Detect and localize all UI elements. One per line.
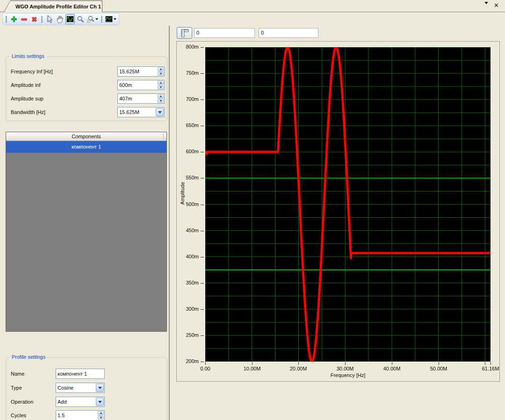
dropdown-button[interactable]	[96, 384, 104, 392]
spin-down-button[interactable]	[98, 416, 104, 420]
x-tick-mark	[485, 362, 485, 365]
cursor-y-readout[interactable]: 0	[259, 28, 318, 38]
toolbar-grip[interactable]	[101, 16, 102, 23]
triangle-up-icon	[159, 95, 162, 97]
display-options-button[interactable]	[105, 14, 117, 24]
spin-down-button[interactable]	[158, 72, 164, 76]
x-tick-mark	[252, 362, 252, 365]
limits-amplitude-inf-label: Amplitude inf	[11, 80, 41, 90]
spin-down-button[interactable]	[158, 99, 164, 103]
tab-close-button[interactable]: ✕	[494, 2, 499, 9]
pan-tool-button[interactable]	[55, 14, 65, 24]
component-list-item[interactable]: компонент 1	[6, 141, 166, 153]
y-tick-label: 300m	[181, 306, 199, 312]
limits-amplitude-sup-label: Amplitude sup	[11, 93, 43, 104]
dropdown-button[interactable]	[156, 108, 164, 116]
spin-up-button[interactable]	[158, 81, 164, 85]
limits-amplitude-sup-field[interactable]: 407m	[117, 93, 165, 104]
spinner	[157, 67, 164, 76]
x-tick-mark	[298, 362, 299, 365]
triangle-down-icon	[159, 100, 162, 102]
hand-icon	[56, 15, 64, 23]
limits-bandwidth-value[interactable]: 15.625M	[118, 107, 155, 117]
profile-settings-group: Profile settings Nameкомпонент 1TypeCosi…	[6, 357, 167, 420]
limits-amplitude-sup-value[interactable]: 407m	[118, 94, 157, 103]
y-tick-mark	[201, 178, 204, 178]
profile-name-value[interactable]: компонент 1	[56, 369, 104, 378]
profile-operation-field[interactable]: Add	[56, 397, 105, 407]
spinner	[97, 411, 104, 420]
y-tick-mark	[201, 100, 204, 100]
y-tick-mark	[201, 257, 204, 257]
spin-up-button[interactable]	[158, 94, 164, 99]
chevron-down-icon	[98, 401, 102, 403]
pointer-tool-button[interactable]	[45, 14, 54, 24]
y-tick-mark	[201, 362, 204, 362]
profile-type-field[interactable]: Cosine	[56, 383, 105, 393]
profile-settings-title: Profile settings	[10, 354, 47, 360]
profile-type-value[interactable]: Cosine	[56, 383, 95, 392]
tabbar-divider-left	[0, 12, 4, 12]
limits-bandwidth-label: Bandwidth [Hz]	[11, 107, 45, 117]
y-tick-mark	[201, 231, 204, 231]
limits-frequency-inf-field[interactable]: 15.625M	[117, 66, 165, 77]
cursor-arrow-icon	[46, 15, 53, 23]
remove-component-button[interactable]	[20, 14, 29, 24]
limits-settings-group: Limits settings Frequency Inf [Hz]15.625…	[6, 57, 167, 121]
limits-amplitude-inf-value[interactable]: 600m	[118, 80, 157, 90]
dropdown-button[interactable]	[96, 398, 104, 406]
triangle-down-icon	[159, 73, 162, 75]
x-tick-label: 40.00M	[378, 366, 406, 371]
x-tick-mark	[345, 362, 346, 365]
spin-up-button[interactable]	[98, 411, 104, 415]
zoom-options-button[interactable]	[86, 14, 99, 24]
wave-select-tool-button[interactable]	[65, 14, 75, 24]
limits-amplitude-inf-field[interactable]: 600m	[117, 80, 165, 90]
add-component-button[interactable]: ✚	[9, 14, 19, 24]
triangle-down-icon	[100, 417, 102, 419]
y-tick-label: 750m	[181, 70, 199, 76]
y-tick-label: 250m	[181, 332, 199, 338]
y-tick-mark	[201, 73, 204, 74]
limits-frequency-inf-label: Frequency Inf [Hz]	[11, 66, 53, 77]
chevron-down-icon	[98, 387, 102, 389]
y-tick-mark	[201, 152, 204, 152]
measure-button[interactable]	[177, 27, 192, 39]
sine-wave-icon	[66, 16, 74, 22]
minus-icon	[21, 18, 27, 20]
profile-name-field[interactable]: компонент 1	[56, 369, 105, 379]
plot-canvas[interactable]	[205, 47, 491, 362]
zoom-tool-button[interactable]	[76, 14, 85, 24]
cursor-x-readout[interactable]: 0	[194, 28, 255, 38]
tab-list-menu-button[interactable]	[484, 4, 488, 10]
delete-all-button[interactable]: ✖	[30, 14, 39, 24]
profile-cycles-field[interactable]: 1.5	[56, 410, 105, 420]
x-tick-label: 50.00M	[425, 366, 453, 371]
ruler-icon	[180, 28, 189, 38]
y-tick-label: 350m	[181, 280, 199, 285]
limits-frequency-inf-value[interactable]: 15.625M	[118, 67, 157, 76]
panel-splitter[interactable]	[169, 26, 170, 420]
x-axis-title: Frequency [Hz]	[320, 372, 376, 378]
components-list: Components компонент 1	[6, 132, 167, 332]
y-tick-label: 200m	[181, 358, 199, 364]
toolbar-grip[interactable]	[6, 16, 7, 23]
spin-up-button[interactable]	[158, 67, 164, 71]
profile-cycles-value[interactable]: 1.5	[56, 411, 97, 420]
y-tick-label: 650m	[181, 122, 199, 128]
close-icon: ✕	[494, 2, 499, 9]
chevron-down-icon	[158, 111, 162, 114]
x-tick-label: 10.00M	[238, 366, 266, 371]
spin-down-button[interactable]	[158, 85, 164, 90]
editor-tab[interactable]: WGO Amplitude Profile Editor Ch 1	[4, 0, 102, 12]
x-tick-mark	[491, 362, 491, 365]
toolbar-grip[interactable]	[41, 16, 43, 23]
profile-type-label: Type	[11, 383, 22, 393]
limits-bandwidth-field[interactable]: 15.625M	[117, 107, 165, 117]
chevron-down-icon	[95, 18, 98, 20]
profile-operation-value[interactable]: Add	[56, 397, 95, 406]
triangle-down-icon	[159, 86, 162, 88]
spinner	[157, 94, 164, 103]
tab-bar: WGO Amplitude Profile Editor Ch 1 ✕	[0, 0, 505, 12]
y-tick-label: 700m	[181, 96, 199, 102]
